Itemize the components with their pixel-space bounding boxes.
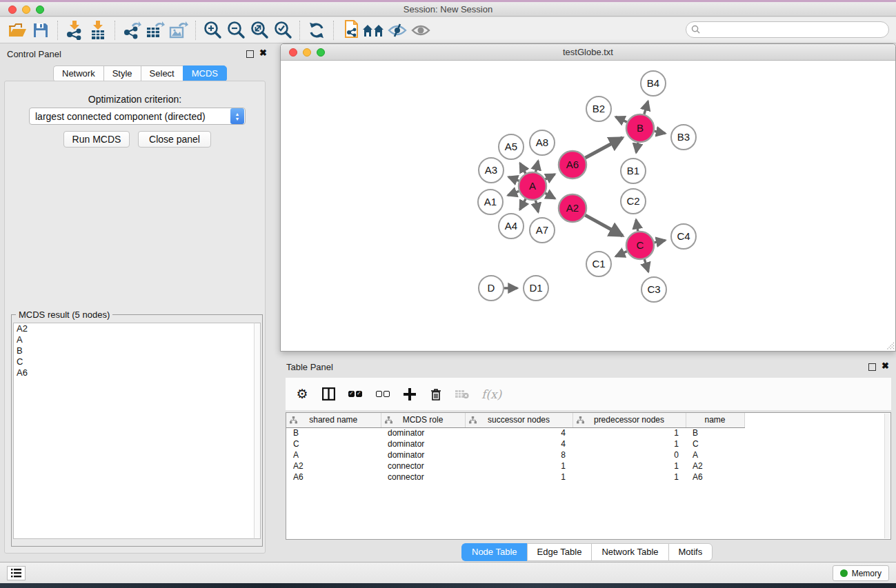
table-cell[interactable]: B [286, 427, 381, 438]
mcds-result-item[interactable]: A6 [14, 367, 255, 378]
graph-edge-A-A8[interactable] [536, 161, 539, 172]
table-row[interactable]: A2connector11A2 [286, 460, 758, 472]
hide-selected-button[interactable] [386, 19, 409, 41]
table-cell[interactable]: C [286, 438, 381, 449]
table-row[interactable]: Bdominator41B [286, 427, 758, 438]
graph-edge-C-C1[interactable] [616, 252, 627, 256]
graph-edge-B-B2[interactable] [615, 116, 627, 122]
run-mcds-button[interactable]: Run MCDS [63, 131, 130, 148]
tab-select[interactable]: Select [141, 65, 183, 82]
select-all-checkboxes-icon[interactable] [348, 391, 363, 397]
column-header-predecessor-nodes[interactable]: predecessor nodes [573, 413, 686, 427]
export-image-button[interactable] [167, 19, 190, 41]
task-history-button[interactable] [7, 566, 26, 580]
table-cell[interactable]: C [686, 438, 744, 449]
table-cell[interactable]: 1 [573, 460, 686, 472]
optimization-criterion-dropdown[interactable]: largest connected component (directed) ▲… [29, 108, 246, 125]
column-header-shared-name[interactable]: shared name [286, 413, 381, 427]
export-table-button[interactable] [143, 19, 167, 41]
open-session-button[interactable] [6, 19, 29, 41]
table-cell[interactable]: dominator [381, 438, 465, 449]
table-cell[interactable]: dominator [381, 449, 465, 460]
table-cell[interactable]: 1 [465, 460, 573, 472]
export-network-button[interactable] [120, 19, 143, 41]
table-cell[interactable]: 1 [573, 427, 686, 438]
table-cell[interactable]: A [686, 449, 744, 460]
node-table-grid[interactable]: shared nameMCDS rolesuccessor nodesprede… [286, 413, 758, 483]
table-cell[interactable]: 4 [465, 427, 573, 438]
save-session-button[interactable] [29, 19, 52, 41]
table-cell[interactable]: A6 [686, 472, 744, 483]
mcds-result-item[interactable]: B [14, 345, 255, 356]
graph-edge-A-A4[interactable] [520, 199, 526, 210]
close-panel-button[interactable]: Close panel [138, 131, 211, 148]
graph-edge-B-B1[interactable] [636, 143, 637, 153]
table-cell[interactable]: B [686, 427, 744, 438]
table-cell[interactable]: A6 [286, 472, 381, 483]
function-builder-icon[interactable]: f(x) [481, 387, 501, 401]
mcds-result-item[interactable]: A [14, 334, 255, 345]
tab-edge-table[interactable]: Edge Table [527, 543, 592, 561]
import-network-button[interactable] [63, 19, 86, 41]
maximize-window-button[interactable] [36, 6, 44, 14]
close-window-button[interactable] [8, 6, 17, 14]
mcds-result-item[interactable]: A2 [14, 323, 255, 334]
graph-edge-C-C3[interactable] [644, 259, 648, 272]
create-column-icon[interactable] [403, 388, 417, 401]
mcds-result-item[interactable]: C [14, 356, 255, 367]
graph-edge-A-A7[interactable] [535, 201, 538, 212]
mcds-result-list[interactable]: A2ABCA6 [13, 323, 255, 539]
show-all-button[interactable] [409, 19, 432, 41]
network-graph[interactable]: AA1A2A3A4A5A6A7A8BB1B2B3B4CC1C2C3C4DD1 [281, 61, 895, 351]
network-close-button[interactable] [289, 48, 297, 57]
refresh-button[interactable] [305, 19, 328, 41]
tab-motifs[interactable]: Motifs [668, 543, 713, 561]
tab-mcds[interactable]: MCDS [183, 65, 227, 82]
control-panel-float-icon[interactable] [246, 50, 254, 58]
graph-edge-A-A6[interactable] [546, 174, 555, 179]
show-column-icon[interactable] [321, 387, 335, 401]
table-panel-close-icon[interactable]: ✖ [882, 362, 889, 369]
delete-column-trash-icon[interactable] [429, 388, 443, 401]
graph-edge-A-A2[interactable] [545, 193, 555, 199]
tab-style[interactable]: Style [103, 65, 141, 82]
table-cell[interactable]: 1 [465, 472, 573, 483]
zoom-selected-button[interactable] [271, 19, 295, 41]
table-row[interactable]: Cdominator41C [286, 438, 758, 449]
graph-edge-C-C2[interactable] [636, 220, 638, 232]
graph-edge-A-A5[interactable] [520, 163, 526, 174]
table-scrollbar[interactable] [884, 414, 890, 538]
table-cell[interactable]: 0 [573, 449, 686, 460]
window-resize-grip[interactable] [886, 341, 895, 350]
table-row[interactable]: Adominator80A [286, 449, 758, 460]
graph-edge-B-B4[interactable] [644, 101, 648, 114]
tab-node-table[interactable]: Node Table [461, 543, 527, 561]
graph-edge-A2-C[interactable] [585, 215, 622, 236]
graph-edge-C-C4[interactable] [655, 240, 666, 242]
graph-edge-A-A1[interactable] [508, 191, 519, 195]
mcds-result-scrollbar[interactable] [254, 323, 261, 539]
network-minimize-button[interactable] [303, 48, 311, 57]
graph-edge-A-A3[interactable] [508, 177, 519, 181]
table-cell[interactable]: dominator [381, 427, 465, 438]
column-header-successor-nodes[interactable]: successor nodes [465, 413, 573, 427]
zoom-in-button[interactable] [201, 19, 224, 41]
minimize-window-button[interactable] [22, 6, 30, 14]
graph-edge-B-B3[interactable] [655, 131, 666, 133]
memory-button[interactable]: Memory [833, 565, 889, 581]
graph-edge-A6-B[interactable] [585, 138, 622, 158]
control-panel-close-icon[interactable]: ✖ [259, 49, 267, 57]
new-network-from-selection-button[interactable] [339, 19, 362, 41]
network-canvas[interactable]: AA1A2A3A4A5A6A7A8BB1B2B3B4CC1C2C3C4DD1 [281, 61, 895, 351]
table-cell[interactable]: A2 [286, 460, 381, 472]
table-cell[interactable]: 4 [465, 438, 573, 449]
table-cell[interactable]: 1 [573, 438, 686, 449]
search-input[interactable] [686, 21, 889, 38]
network-window-titlebar[interactable]: testGlobe.txt [281, 44, 895, 61]
table-row[interactable]: A6connector11A6 [286, 472, 758, 483]
tab-network-table[interactable]: Network Table [591, 543, 668, 561]
table-cell[interactable]: connector [381, 460, 465, 472]
cybrowser-button[interactable] [362, 19, 386, 41]
table-cell[interactable]: 1 [573, 472, 686, 483]
table-cell[interactable]: A [286, 449, 381, 460]
